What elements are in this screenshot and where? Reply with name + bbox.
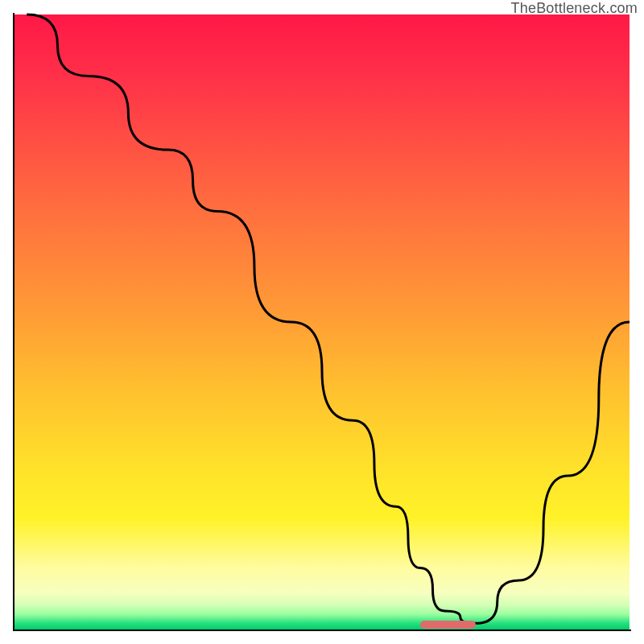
optimal-range-marker <box>420 621 476 629</box>
watermark-text: TheBottleneck.com <box>511 0 638 17</box>
bottleneck-chart: TheBottleneck.com <box>0 0 644 644</box>
curve-layer <box>14 14 630 630</box>
bottleneck-curve <box>27 14 630 623</box>
x-axis <box>13 630 631 631</box>
